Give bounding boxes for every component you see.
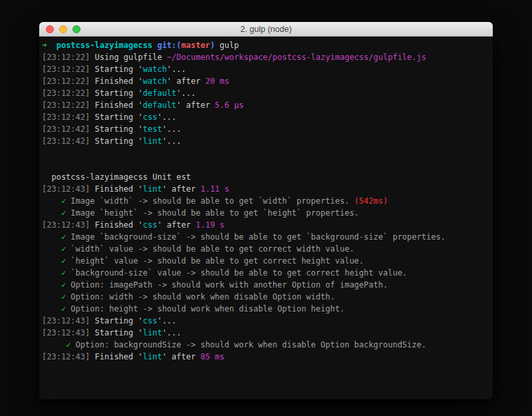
terminal-line: [23:12:43] Finished 'css' after 1.19 s: [42, 219, 490, 231]
terminal-line: [23:12:22] Starting 'default'...: [42, 87, 490, 99]
terminal-output[interactable]: ➜ postcss-lazyimagecss git:(master) gulp…: [39, 37, 493, 399]
window-controls: [46, 22, 80, 37]
terminal-line: [23:12:22] Finished 'watch' after 20 ms: [42, 75, 490, 87]
terminal-line: [42, 159, 490, 171]
terminal-line: [23:12:22] Finished 'default' after 5.6 …: [42, 99, 490, 111]
terminal-line: ✓ `width` value -> should be able to get…: [42, 243, 490, 255]
terminal-line: [23:12:42] Starting 'css'...: [42, 111, 490, 123]
terminal-line: postcss-lazyimagecss Unit est: [42, 171, 490, 183]
terminal-line: [23:12:43] Starting 'lint'...: [42, 327, 490, 339]
terminal-line: [23:12:42] Starting 'lint'...: [42, 135, 490, 147]
terminal-line: ✓ Image `width` -> should be able to get…: [42, 195, 490, 207]
terminal-line: [23:12:43] Finished 'lint' after 85 ms: [42, 351, 490, 363]
terminal-line: [42, 147, 490, 159]
terminal-line: ✓ Option: imagePath -> should work with …: [42, 279, 490, 291]
terminal-line: ✓ Option: height -> should work when dis…: [42, 303, 490, 315]
terminal-line: [23:12:42] Starting 'test'...: [42, 123, 490, 135]
terminal-line: [23:12:22] Using gulpfile ~/Documents/wo…: [42, 51, 490, 63]
zoom-button[interactable]: [72, 25, 80, 33]
terminal-line: ✓ Option: width -> should work when disa…: [42, 291, 490, 303]
terminal-line: [23:12:43] Finished 'lint' after 1.11 s: [42, 183, 490, 195]
terminal-line: [23:12:43] Starting 'css'...: [42, 315, 490, 327]
terminal-window: 2. gulp (node) ➜ postcss-lazyimagecss gi…: [39, 22, 493, 399]
minimize-button[interactable]: [59, 25, 67, 33]
window-titlebar[interactable]: 2. gulp (node): [39, 22, 493, 37]
close-button[interactable]: [46, 25, 54, 33]
terminal-line: [23:12:22] Starting 'watch'...: [42, 63, 490, 75]
terminal-line: ✓ Image `background-size` -> should be a…: [42, 231, 490, 243]
terminal-line: ✓ Image `height` -> should be able to ge…: [42, 207, 490, 219]
terminal-line: ✓ `height` value -> should be able to ge…: [42, 255, 490, 267]
window-title: 2. gulp (node): [240, 22, 291, 37]
terminal-line: ➜ postcss-lazyimagecss git:(master) gulp: [42, 39, 490, 51]
terminal-line: ✓ Option: backgroundSize -> should work …: [42, 339, 490, 351]
terminal-line: ✓ `background-size` value -> should be a…: [42, 267, 490, 279]
